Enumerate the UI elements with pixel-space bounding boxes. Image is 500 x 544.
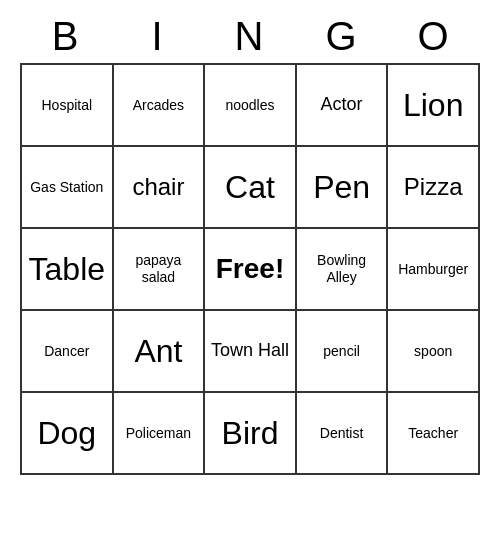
grid-cell-0-2: noodles bbox=[205, 65, 297, 147]
grid-cell-0-0: Hospital bbox=[22, 65, 114, 147]
grid-cell-1-4: Pizza bbox=[388, 147, 480, 229]
grid-cell-4-0: Dog bbox=[22, 393, 114, 475]
grid-cell-1-0: Gas Station bbox=[22, 147, 114, 229]
grid-cell-3-2: Town Hall bbox=[205, 311, 297, 393]
header-n: N bbox=[204, 10, 296, 63]
grid-cell-1-3: Pen bbox=[297, 147, 389, 229]
header-b: B bbox=[20, 10, 112, 63]
grid-cell-3-1: Ant bbox=[114, 311, 206, 393]
grid-cell-0-3: Actor bbox=[297, 65, 389, 147]
grid-cell-3-4: spoon bbox=[388, 311, 480, 393]
bingo-grid: HospitalArcadesnoodlesActorLionGas Stati… bbox=[20, 63, 480, 475]
grid-cell-2-4: Hamburger bbox=[388, 229, 480, 311]
grid-cell-0-4: Lion bbox=[388, 65, 480, 147]
grid-cell-4-1: Policeman bbox=[114, 393, 206, 475]
grid-cell-3-3: pencil bbox=[297, 311, 389, 393]
grid-cell-1-2: Cat bbox=[205, 147, 297, 229]
header-o: O bbox=[388, 10, 480, 63]
grid-cell-1-1: chair bbox=[114, 147, 206, 229]
grid-cell-4-3: Dentist bbox=[297, 393, 389, 475]
header-g: G bbox=[296, 10, 388, 63]
grid-cell-2-2: Free! bbox=[205, 229, 297, 311]
bingo-card: B I N G O HospitalArcadesnoodlesActorLio… bbox=[20, 10, 480, 475]
grid-cell-4-2: Bird bbox=[205, 393, 297, 475]
bingo-header: B I N G O bbox=[20, 10, 480, 63]
grid-cell-0-1: Arcades bbox=[114, 65, 206, 147]
grid-cell-4-4: Teacher bbox=[388, 393, 480, 475]
grid-cell-2-1: papaya salad bbox=[114, 229, 206, 311]
grid-cell-3-0: Dancer bbox=[22, 311, 114, 393]
grid-cell-2-3: Bowling Alley bbox=[297, 229, 389, 311]
header-i: I bbox=[112, 10, 204, 63]
grid-cell-2-0: Table bbox=[22, 229, 114, 311]
